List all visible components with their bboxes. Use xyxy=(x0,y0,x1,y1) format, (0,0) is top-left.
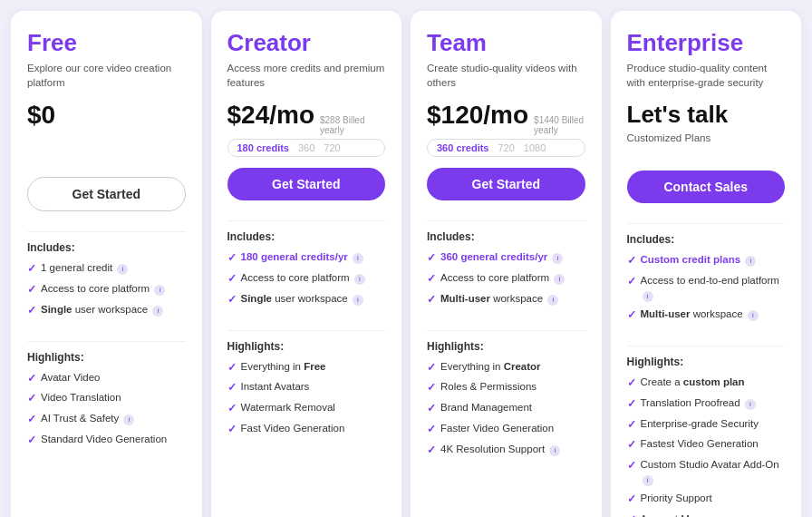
card-creator: Creator Access more credits and premium … xyxy=(211,11,402,517)
includes-label-team: Includes: xyxy=(427,230,585,243)
highlights-label-creator: Highlights: xyxy=(227,340,386,353)
check-icon: ✓ xyxy=(627,492,636,507)
check-icon: ✓ xyxy=(227,292,237,307)
check-icon: ✓ xyxy=(27,371,36,386)
check-icon: ✓ xyxy=(227,422,237,437)
price-free: $0 xyxy=(27,101,55,130)
check-icon: ✓ xyxy=(27,282,36,298)
check-icon: ✓ xyxy=(427,250,436,266)
info-icon: i xyxy=(643,475,653,486)
check-icon: ✓ xyxy=(27,261,36,277)
list-item: ✓ Faster Video Generation xyxy=(427,421,585,437)
credits-selector-creator[interactable]: 180 credits 360 720 xyxy=(227,139,386,157)
check-icon: ✓ xyxy=(227,250,237,266)
credit-option[interactable]: 720 xyxy=(498,142,514,153)
check-icon: ✓ xyxy=(627,376,636,391)
list-item: ✓ Fastest Video Generation xyxy=(627,436,786,453)
info-icon: i xyxy=(354,274,365,285)
list-item: ✓ Access to core platform i xyxy=(427,270,585,287)
check-icon: ✓ xyxy=(627,437,636,453)
list-item: ✓ Access to core platform i xyxy=(227,270,386,287)
check-icon: ✓ xyxy=(627,253,636,268)
list-item: ✓ AI Trust & Safety i xyxy=(27,411,186,427)
credits-selector-team[interactable]: 360 credits 720 1080 xyxy=(427,139,585,157)
check-icon: ✓ xyxy=(427,422,436,437)
list-item: ✓ Everything in Free xyxy=(227,359,386,376)
billed-creator: $288 Billed yearly xyxy=(320,115,385,135)
check-icon: ✓ xyxy=(227,380,237,395)
contact-sales-button[interactable]: Contact Sales xyxy=(627,171,786,203)
credit-option[interactable]: 1080 xyxy=(524,142,546,153)
info-icon: i xyxy=(154,285,165,296)
get-started-team-button[interactable]: Get Started xyxy=(427,168,585,200)
info-icon: i xyxy=(549,445,560,456)
highlights-label-enterprise: Highlights: xyxy=(627,356,786,368)
info-icon: i xyxy=(745,399,756,410)
info-icon: i xyxy=(123,415,134,425)
list-item: ✓ Everything in Creator xyxy=(427,359,585,376)
list-item: ✓ Account Manager xyxy=(627,512,786,517)
pricing-cards: Free Explore our core video creation pla… xyxy=(11,11,801,517)
get-started-free-button[interactable]: Get Started xyxy=(27,177,186,211)
check-icon: ✓ xyxy=(427,292,436,307)
list-item: ✓ Enterprise-grade Security xyxy=(627,416,786,433)
list-item: ✓ Custom credit plans i xyxy=(627,252,786,268)
list-item: ✓ Create a custom plan xyxy=(627,375,786,391)
list-item: ✓ Multi-user workspace i xyxy=(427,291,585,307)
info-icon: i xyxy=(643,291,653,302)
highlights-list-free: ✓ Avatar Video ✓ Video Translation ✓ AI … xyxy=(27,370,186,453)
includes-label-enterprise: Includes: xyxy=(627,233,786,246)
list-item: ✓ Single user workspace i xyxy=(27,302,186,318)
credit-option-active[interactable]: 360 credits xyxy=(437,142,488,153)
highlights-list-creator: ✓ Everything in Free ✓ Instant Avatars ✓… xyxy=(227,359,386,442)
check-icon: ✓ xyxy=(227,360,237,376)
plan-name-enterprise: Enterprise xyxy=(627,29,786,57)
list-item: ✓ 4K Resolution Support i xyxy=(427,442,585,458)
plan-desc-enterprise: Produce studio-quality content with ente… xyxy=(627,61,786,90)
info-icon: i xyxy=(117,264,128,275)
check-icon: ✓ xyxy=(427,360,436,376)
list-item: ✓ Video Translation xyxy=(27,390,186,406)
info-icon: i xyxy=(152,306,163,317)
list-item: ✓ Roles & Permissions xyxy=(427,379,585,395)
check-icon: ✓ xyxy=(27,412,36,427)
credit-option-active[interactable]: 180 credits xyxy=(237,142,289,153)
highlights-list-enterprise: ✓ Create a custom plan ✓ Translation Pro… xyxy=(627,375,786,517)
list-item: ✓ Access to core platform i xyxy=(27,281,186,298)
highlights-label-team: Highlights: xyxy=(427,340,585,353)
credit-option[interactable]: 720 xyxy=(324,142,340,153)
billed-team: $1440 Billed yearly xyxy=(534,115,585,135)
includes-list-free: ✓ 1 general credit i ✓ Access to core pl… xyxy=(27,260,186,322)
card-free: Free Explore our core video creation pla… xyxy=(11,11,202,517)
list-item: ✓ Priority Support xyxy=(627,491,786,507)
list-item: ✓ Single user workspace i xyxy=(227,291,386,307)
info-icon: i xyxy=(547,295,558,306)
check-icon: ✓ xyxy=(627,458,636,473)
get-started-creator-button[interactable]: Get Started xyxy=(227,168,386,200)
includes-list-enterprise: ✓ Custom credit plans i ✓ Access to end-… xyxy=(627,252,786,327)
info-icon: i xyxy=(552,253,563,264)
check-icon: ✓ xyxy=(427,401,436,416)
list-item: ✓ Instant Avatars xyxy=(227,379,386,395)
check-icon: ✓ xyxy=(627,307,636,323)
plan-name-team: Team xyxy=(427,29,585,57)
plan-name-free: Free xyxy=(27,29,186,57)
highlights-label-free: Highlights: xyxy=(27,351,186,364)
list-item: ✓ 180 general credits/yr i xyxy=(227,249,386,266)
check-icon: ✓ xyxy=(27,303,36,318)
plan-desc-team: Create studio-quality videos with others xyxy=(427,61,585,90)
list-item: ✓ Multi-user workspace i xyxy=(627,307,786,323)
check-icon: ✓ xyxy=(627,417,636,433)
plan-name-creator: Creator xyxy=(227,29,386,57)
info-icon: i xyxy=(745,256,756,267)
includes-label-creator: Includes: xyxy=(227,230,386,243)
billed-enterprise: Customized Plans xyxy=(627,132,786,143)
check-icon: ✓ xyxy=(627,274,636,289)
credit-option[interactable]: 360 xyxy=(298,142,314,153)
check-icon: ✓ xyxy=(27,433,36,448)
info-icon: i xyxy=(353,253,363,264)
check-icon: ✓ xyxy=(27,391,36,406)
list-item: ✓ Access to end-to-end platform i xyxy=(627,273,786,302)
info-icon: i xyxy=(748,310,759,321)
check-icon: ✓ xyxy=(427,271,436,287)
